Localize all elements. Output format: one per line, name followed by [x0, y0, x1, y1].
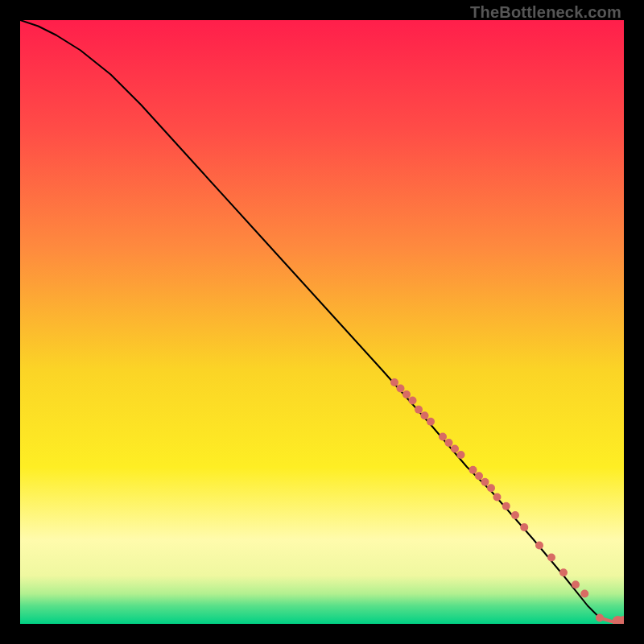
data-point: [415, 406, 423, 414]
data-point: [487, 484, 495, 492]
data-point: [580, 590, 588, 598]
data-point: [535, 542, 543, 550]
watermark-text: TheBottleneck.com: [470, 3, 621, 22]
chart-container: TheBottleneck.com: [0, 0, 644, 644]
data-point: [451, 445, 459, 453]
chart-svg: [20, 20, 624, 624]
data-point: [520, 523, 528, 531]
data-point: [445, 439, 453, 447]
data-point: [572, 580, 580, 588]
data-point: [402, 390, 411, 398]
data-point: [469, 466, 477, 474]
data-point: [493, 493, 502, 502]
data-point: [481, 478, 489, 486]
plot-area: [20, 20, 624, 624]
data-point: [457, 451, 465, 459]
data-point: [397, 385, 405, 393]
data-point: [559, 568, 568, 576]
data-point: [427, 418, 435, 426]
data-point: [547, 554, 555, 562]
data-point: [409, 397, 417, 405]
data-point: [596, 614, 604, 622]
data-point: [502, 502, 510, 510]
data-point: [421, 411, 429, 419]
data-point: [390, 378, 398, 386]
data-point: [511, 511, 519, 519]
data-point: [475, 472, 483, 480]
data-point: [439, 433, 447, 441]
chart-background: [20, 20, 624, 624]
